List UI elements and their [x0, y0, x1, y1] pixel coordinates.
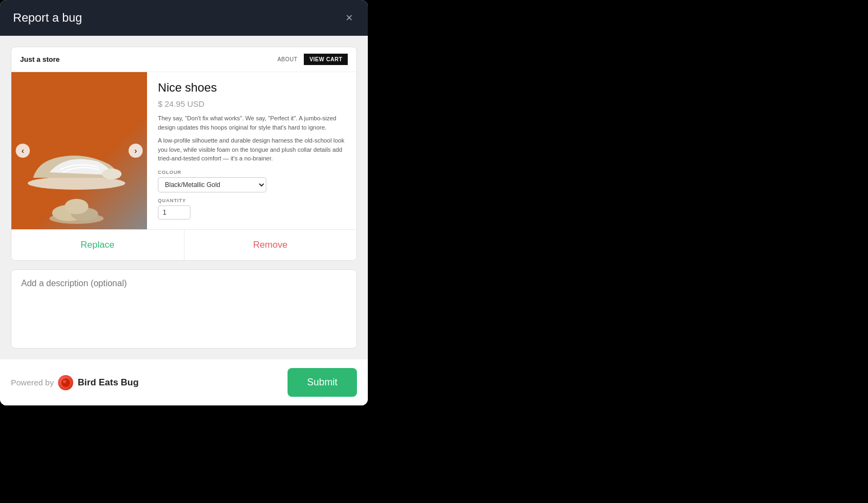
stones-svg	[44, 191, 109, 224]
colour-label: COLOUR	[158, 170, 346, 175]
powered-by-label: Powered by	[11, 378, 54, 387]
carousel-next-button[interactable]: ›	[129, 144, 143, 158]
action-row: Replace Remove	[11, 229, 356, 260]
remove-button[interactable]: Remove	[184, 230, 357, 260]
svg-point-1	[102, 169, 122, 179]
description-textarea[interactable]	[11, 270, 356, 346]
view-cart-button[interactable]: VIEW CART	[304, 54, 348, 65]
quantity-label: QUANTITY	[158, 198, 346, 203]
svg-point-5	[65, 199, 88, 214]
product-price: $ 24.95 USD	[158, 99, 346, 108]
product-image: ‹ ›	[11, 72, 147, 229]
product-image-placeholder	[11, 72, 147, 229]
product-description-2: A low-profile silhouette and durable des…	[158, 136, 346, 163]
product-description-1: They say, "Don't fix what works". We say…	[158, 114, 346, 132]
product-name: Nice shoes	[158, 81, 346, 95]
modal-footer: Powered by Bird Eats Bug Submit	[0, 359, 368, 405]
powered-by: Powered by Bird Eats Bug	[11, 375, 139, 390]
close-button[interactable]: ×	[343, 10, 355, 26]
carousel-prev-button[interactable]: ‹	[16, 144, 30, 158]
report-bug-modal: Report a bug × Just a store ABOUT VIEW C…	[0, 0, 368, 405]
product-section: ‹ › Nice shoes $ 24.95 USD They say, "Do…	[11, 72, 356, 229]
quantity-field: QUANTITY	[158, 198, 346, 220]
background-area	[368, 0, 868, 503]
submit-button[interactable]: Submit	[288, 368, 357, 397]
product-details: Nice shoes $ 24.95 USD They say, "Don't …	[147, 72, 356, 229]
modal-body: Just a store ABOUT VIEW CART	[0, 36, 368, 359]
modal-header: Report a bug ×	[0, 0, 368, 36]
screenshot-card: Just a store ABOUT VIEW CART	[11, 47, 357, 261]
colour-select[interactable]: Black/Metallic Gold	[158, 177, 266, 192]
store-name: Just a store	[20, 55, 60, 63]
quantity-input[interactable]	[158, 205, 190, 220]
about-link[interactable]: ABOUT	[277, 56, 297, 62]
nav-links: ABOUT VIEW CART	[277, 54, 348, 65]
modal-title: Report a bug	[13, 11, 82, 25]
svg-point-7	[63, 380, 66, 383]
description-card	[11, 269, 357, 349]
brand-name: Bird Eats Bug	[78, 377, 138, 388]
colour-field: COLOUR Black/Metallic Gold	[158, 170, 346, 198]
replace-button[interactable]: Replace	[11, 230, 184, 260]
bird-eats-bug-logo	[58, 375, 73, 390]
shoe-svg	[22, 132, 131, 197]
logo-icon	[61, 378, 71, 388]
store-nav: Just a store ABOUT VIEW CART	[11, 47, 356, 72]
